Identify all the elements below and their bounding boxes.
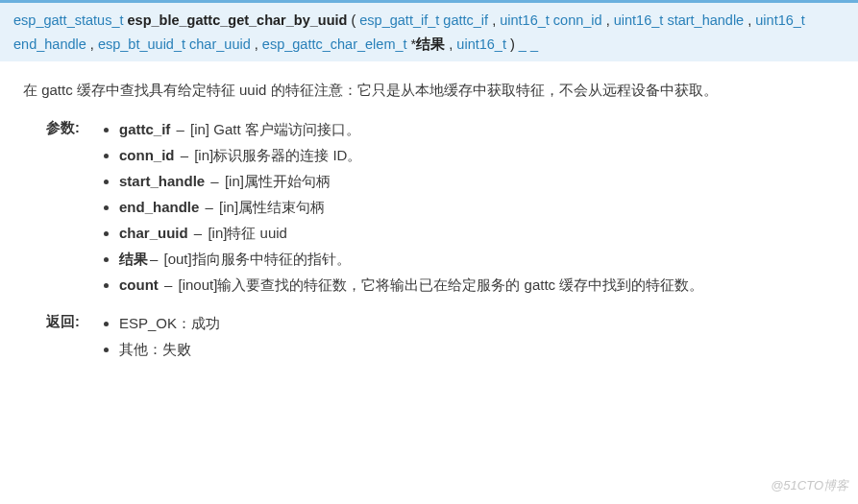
param-type: uint16_t xyxy=(456,36,506,52)
function-signature: esp_gatt_status_t esp_ble_gattc_get_char… xyxy=(0,0,858,61)
function-description: 在 gattc 缓存中查找具有给定特征 uuid 的特征注意：它只是从本地缓存中… xyxy=(0,79,858,102)
param-type: esp_bt_uuid_t xyxy=(98,36,185,52)
param-type: esp_gattc_char_elem_t xyxy=(262,36,407,52)
list-item: count – [inout]输入要查找的特征数，它将输出已在给定服务的 gat… xyxy=(119,274,835,297)
list-item: end_handle – [in]属性结束句柄 xyxy=(119,196,835,219)
trailing: _ _ xyxy=(519,36,538,52)
list-item: char_uuid – [in]特征 uuid xyxy=(119,222,835,245)
params-label: 参数: xyxy=(46,115,98,139)
param-name: conn_id xyxy=(553,12,602,28)
list-item: conn_id – [in]标识服务器的连接 ID。 xyxy=(119,144,835,167)
list-item: start_handle – [in]属性开始句柄 xyxy=(119,170,835,193)
list-item: 结果– [out]指向服务中特征的指针。 xyxy=(119,248,835,271)
returns-section: 返回: ESP_OK：成功 其他：失败 xyxy=(46,309,835,364)
param-name: start_handle xyxy=(667,12,744,28)
params-list: gattc_if – [in] Gatt 客户端访问接口。 conn_id – … xyxy=(98,118,835,297)
returns-list: ESP_OK：成功 其他：失败 xyxy=(98,312,835,361)
list-item: 其他：失败 xyxy=(119,338,835,361)
param-type: uint16_t xyxy=(755,12,805,28)
param-type: uint16_t xyxy=(500,12,550,28)
param-name: char_uuid xyxy=(189,36,251,52)
return-type: esp_gatt_status_t xyxy=(13,12,123,28)
list-item: ESP_OK：成功 xyxy=(119,312,835,335)
params-section: 参数: gattc_if – [in] Gatt 客户端访问接口。 conn_i… xyxy=(46,115,835,300)
returns-label: 返回: xyxy=(46,309,98,333)
param-name: end_handle xyxy=(13,36,86,52)
close-paren: ) xyxy=(510,36,519,52)
param-type: esp_gatt_if_t xyxy=(359,12,439,28)
list-item: gattc_if – [in] Gatt 客户端访问接口。 xyxy=(119,118,835,141)
function-name: esp_ble_gattc_get_char_by_uuid xyxy=(128,12,348,28)
param-type: uint16_t xyxy=(614,12,664,28)
open-paren: ( xyxy=(351,12,359,28)
param-name: gattc_if xyxy=(443,12,488,28)
param-name: 结果 xyxy=(416,36,445,52)
